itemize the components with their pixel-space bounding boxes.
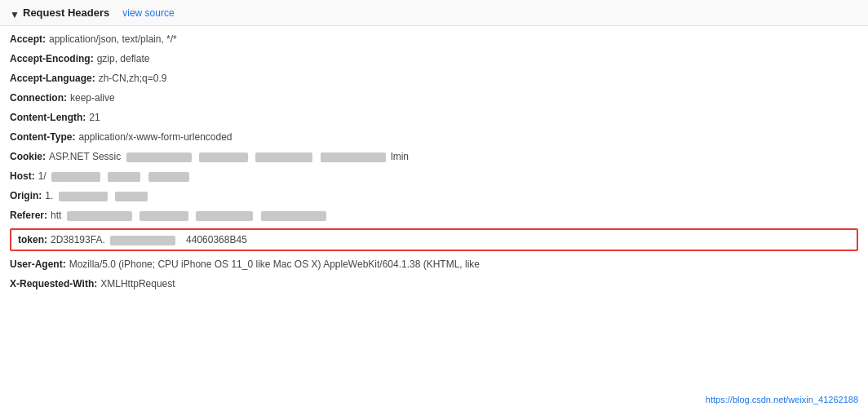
request-headers-panel: ▼ Request Headers view source Accept: ap… xyxy=(0,0,868,297)
view-source-link[interactable]: view source xyxy=(122,7,174,19)
header-row-user-agent: User-Agent: Mozilla/5.0 (iPhone; CPU iPh… xyxy=(10,254,858,274)
chevron-icon: ▼ xyxy=(10,9,18,17)
header-name-accept-language: Accept-Language: xyxy=(10,71,95,86)
header-name-token: token: xyxy=(18,234,47,245)
header-value-accept-language: zh-CN,zh;q=0.9 xyxy=(99,71,167,86)
header-row-accept: Accept: application/json, text/plain, */… xyxy=(10,29,858,49)
header-row-x-requested-with: X-Requested-With: XMLHttpRequest xyxy=(10,274,858,294)
header-name-content-length: Content-Length: xyxy=(10,110,86,125)
panel-header: ▼ Request Headers view source xyxy=(0,0,868,26)
blur-block xyxy=(110,236,175,245)
blur-block xyxy=(321,152,386,162)
header-row-cookie: Cookie: ASP.NET Sessic lmin xyxy=(10,147,858,166)
header-name-x-requested-with: X-Requested-With: xyxy=(10,276,97,291)
blur-block xyxy=(67,211,132,221)
header-name-connection: Connection: xyxy=(10,91,67,105)
headers-table: Accept: application/json, text/plain, */… xyxy=(0,26,868,297)
header-name-referer: Referer: xyxy=(10,208,47,223)
header-value-content-type: application/x-www-form-urlencoded xyxy=(78,130,232,144)
header-value-cookie: ASP.NET Sessic lmin xyxy=(49,149,409,164)
header-value-token: 2D38193FA. 44060368B45 xyxy=(51,234,247,245)
header-value-connection: keep-alive xyxy=(70,91,115,105)
header-row-referer: Referer: htt xyxy=(10,206,858,225)
header-value-x-requested-with: XMLHttpRequest xyxy=(100,276,175,291)
header-row-content-length: Content-Length: 21 xyxy=(10,108,858,127)
blur-block xyxy=(199,152,248,162)
header-row-content-type: Content-Type: application/x-www-form-url… xyxy=(10,127,858,147)
blur-block xyxy=(148,172,189,182)
header-value-referer: htt xyxy=(51,208,329,223)
header-row-accept-encoding: Accept-Encoding: gzip, deflate xyxy=(10,49,858,68)
header-name-cookie: Cookie: xyxy=(10,149,46,164)
header-row-host: Host: 1/ xyxy=(10,166,858,186)
header-name-content-type: Content-Type: xyxy=(10,130,75,144)
blur-block xyxy=(261,211,326,221)
blur-block xyxy=(255,152,312,162)
header-row-accept-language: Accept-Language: zh-CN,zh;q=0.9 xyxy=(10,68,858,88)
blur-block xyxy=(126,152,192,162)
header-name-origin: Origin: xyxy=(10,188,42,203)
header-value-user-agent: Mozilla/5.0 (iPhone; CPU iPhone OS 11_0 … xyxy=(69,257,480,272)
blur-block xyxy=(196,211,253,221)
panel-title: Request Headers xyxy=(23,7,109,19)
header-name-accept-encoding: Accept-Encoding: xyxy=(10,51,94,66)
header-value-origin: 1. xyxy=(45,188,150,203)
blur-block xyxy=(59,192,108,201)
blur-block xyxy=(140,211,188,221)
bottom-link[interactable]: https://blog.csdn.net/weixin_41262188 xyxy=(706,395,858,404)
header-value-content-length: 21 xyxy=(89,110,100,125)
header-value-host: 1/ xyxy=(38,169,192,183)
header-row-connection: Connection: keep-alive xyxy=(10,88,858,108)
header-value-accept: application/json, text/plain, */* xyxy=(49,32,177,46)
header-name-accept: Accept: xyxy=(10,32,46,46)
blur-block xyxy=(108,172,140,182)
header-row-token: token: 2D38193FA. 44060368B45 xyxy=(10,228,858,251)
header-row-origin: Origin: 1. xyxy=(10,186,858,206)
header-value-accept-encoding: gzip, deflate xyxy=(97,51,150,66)
blur-block xyxy=(51,172,100,182)
header-name-host: Host: xyxy=(10,169,35,183)
blur-block xyxy=(115,192,148,201)
header-name-user-agent: User-Agent: xyxy=(10,257,66,272)
